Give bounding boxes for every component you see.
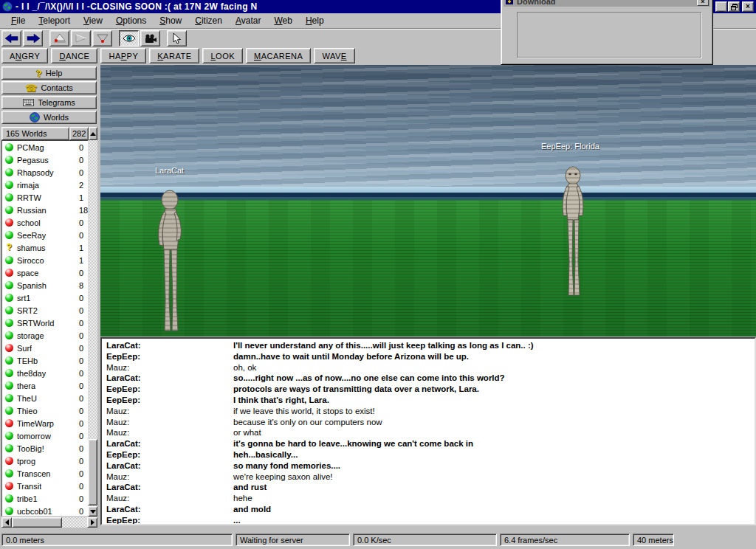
eye-view-button[interactable] [119, 30, 139, 46]
gesture-button[interactable]: LOOK [202, 48, 243, 63]
gesture-button[interactable]: MACARENA [246, 48, 311, 63]
world-list-item[interactable]: Rhapsody 0 [2, 166, 97, 179]
world-list-item[interactable]: school 0 [2, 216, 97, 229]
world-list-item[interactable]: TheU 0 [2, 392, 97, 404]
gesture-button[interactable]: ANGRY [1, 48, 48, 63]
world-list-item[interactable]: Spanish 8 [2, 279, 97, 291]
world-status-icon [5, 168, 13, 176]
menu-item[interactable]: View [77, 13, 109, 28]
marker-up-button[interactable] [49, 30, 69, 46]
world-list-item[interactable]: Thieo 0 [2, 404, 97, 417]
vertical-scrollbar-thumb[interactable] [88, 439, 97, 505]
world-list-item[interactable]: TooBig! 0 [2, 442, 97, 455]
sidebar-tab-help[interactable]: ? Help [1, 66, 97, 80]
chat-line: EepEep: heh...basically... [106, 449, 755, 460]
chat-line: LaraCat: it's gonna be hard to leave...k… [106, 438, 755, 449]
world-status-icon [5, 281, 13, 289]
gesture-button[interactable]: WAVE [314, 48, 354, 63]
world-list-item[interactable]: SRT2 0 [2, 304, 97, 317]
world-list-item[interactable]: SRTWorld 0 [2, 317, 97, 329]
close-button[interactable]: × [742, 1, 754, 12]
world-list-item[interactable]: tomorrow 0 [2, 429, 97, 442]
world-list-item[interactable]: Russian 18 [2, 204, 97, 216]
world-list-item[interactable]: TimeWarp 0 [2, 417, 97, 429]
avatar-eepeep[interactable] [551, 165, 595, 298]
worlds-users-header[interactable]: 282 [69, 127, 89, 140]
horizontal-scrollbar-thumb[interactable] [12, 517, 62, 528]
download-close-button[interactable]: × [697, 0, 709, 6]
sidebar-tab-worlds[interactable]: Worlds [1, 111, 97, 124]
world-list-item[interactable]: RRTW 1 [2, 191, 97, 204]
marker-down-button[interactable] [92, 30, 112, 46]
restore-button[interactable] [728, 1, 740, 12]
sidebar-tab-telegrams[interactable]: Telegrams [1, 96, 97, 109]
world-list-item[interactable]: space 0 [2, 266, 97, 279]
download-title-bar[interactable]: Download × [504, 0, 710, 7]
menu-item[interactable]: File [4, 13, 32, 28]
world-list-item[interactable]: shamus 1 [2, 241, 97, 254]
world-name: Surf [17, 344, 32, 353]
worlds-list: PCMag 0 Pegasus 0 Rhapsody 0 rimaja 2 [1, 140, 97, 517]
gesture-label-post: ANCE [66, 52, 90, 61]
scroll-left-button[interactable] [1, 517, 12, 528]
world-list-item[interactable]: Surf 0 [2, 342, 97, 354]
scroll-up-button[interactable] [89, 127, 97, 140]
worlds-horizontal-scrollbar[interactable] [1, 517, 97, 528]
menu-label-post: ile [16, 15, 25, 26]
world-list-item[interactable]: storage 0 [2, 329, 97, 342]
pointer-mode-button[interactable] [167, 30, 187, 46]
menu-item[interactable]: Citizen [188, 13, 229, 28]
gesture-button[interactable]: KARATE [149, 48, 199, 63]
world-list-item[interactable]: TEHb 0 [2, 354, 97, 367]
question-icon: ? [36, 68, 42, 79]
world-name: TheU [17, 394, 37, 403]
world-list-item[interactable]: ucbcob01 0 [2, 505, 97, 517]
gesture-button[interactable]: HAPPY [100, 48, 146, 63]
world-list-item[interactable]: Sirocco 1 [2, 254, 97, 266]
toolbar-separator [114, 30, 117, 46]
sidebar-tab-contacts[interactable]: ☎ Contacts [1, 81, 97, 94]
world-name: PCMag [17, 143, 44, 152]
world-list-item[interactable]: srt1 0 [2, 291, 97, 304]
camera-view-button[interactable] [140, 30, 160, 46]
chat-transcript[interactable]: LaraCat: I'll never understand any of th… [100, 337, 756, 525]
world-list-item[interactable]: tprog 0 [2, 455, 97, 467]
gesture-label-accel: D [59, 52, 65, 61]
forward-button[interactable] [23, 30, 43, 46]
world-list-item[interactable]: the8day 0 [2, 367, 97, 379]
worlds-count-header[interactable]: 165 Worlds [1, 127, 69, 140]
world-list-item[interactable]: tribe1 0 [2, 492, 97, 505]
world-list-item[interactable]: Transcen 0 [2, 467, 97, 480]
world-list-item[interactable]: thera 0 [2, 379, 97, 392]
menu-item[interactable]: Show [153, 13, 188, 28]
world-list-item[interactable]: SeeRay 0 [2, 229, 97, 241]
download-window-title: Download [517, 0, 556, 6]
gesture-button[interactable]: DANCE [51, 48, 97, 63]
minimize-button[interactable]: _ [715, 1, 727, 12]
world-list-item[interactable]: Transit 0 [2, 480, 97, 492]
world-list-item[interactable]: Pegasus 0 [2, 153, 97, 166]
scroll-right-button[interactable] [87, 517, 97, 528]
menu-label-post: how [165, 15, 182, 26]
app-globe-icon [2, 1, 13, 12]
world-name: RRTW [17, 193, 41, 202]
avatar-laracat[interactable] [146, 189, 196, 334]
download-window[interactable]: Download × [501, 0, 713, 65]
marker-triangle-down-icon [96, 33, 109, 44]
menu-item[interactable]: Teleport [32, 13, 77, 28]
menu-item[interactable]: Options [109, 13, 153, 28]
worlds-vertical-scrollbar[interactable] [88, 140, 97, 517]
menu-item[interactable]: Avatar [229, 13, 267, 28]
marker-right-button[interactable] [71, 30, 91, 46]
world-list-item[interactable]: PCMag 0 [2, 141, 97, 153]
menu-item[interactable]: Web [267, 13, 298, 28]
back-button[interactable] [1, 30, 21, 46]
menu-item[interactable]: Help [299, 13, 331, 28]
gesture-label-accel: M [254, 52, 261, 61]
world-list-item[interactable]: rimaja 2 [2, 179, 97, 191]
scroll-down-button[interactable] [88, 506, 97, 517]
menu-label-post: eleport [43, 15, 70, 26]
world-3d-viewport[interactable]: LaraCat EepEep: Florida [100, 65, 756, 336]
marker-triangle-right-disabled-icon [75, 33, 88, 44]
world-status-icon [5, 206, 13, 214]
